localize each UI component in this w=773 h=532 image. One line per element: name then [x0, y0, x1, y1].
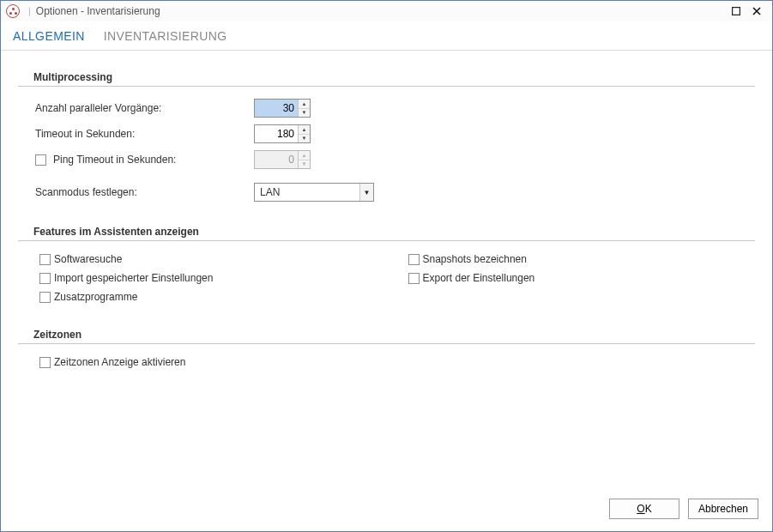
- titlebar: | Optionen - Inventarisierung: [1, 1, 772, 21]
- checkbox-zusatz[interactable]: [39, 292, 51, 303]
- input-ping: [255, 151, 298, 168]
- checkbox-softwaresuche[interactable]: [39, 254, 51, 265]
- select-scanmode[interactable]: LAN ▼: [254, 183, 374, 202]
- row-import: Import gespeicherter Einstellungen: [18, 269, 387, 287]
- checkbox-zeitzonen[interactable]: [39, 357, 51, 368]
- close-button[interactable]: [746, 3, 767, 20]
- cancel-button[interactable]: Abbrechen: [688, 499, 758, 519]
- chevron-down-icon: ▼: [359, 184, 373, 201]
- spin-up-parallel[interactable]: ▲: [299, 100, 310, 109]
- button-bar: OK Abbrechen: [1, 490, 772, 531]
- label-import: Import gespeicherter Einstellungen: [54, 272, 213, 284]
- maximize-button[interactable]: [726, 3, 746, 20]
- spin-down-ping: ▼: [299, 160, 310, 169]
- label-parallel: Anzahl paralleler Vorgänge:: [35, 102, 161, 114]
- input-parallel[interactable]: [255, 100, 298, 117]
- options-window: | Optionen - Inventarisierung ALLGEMEIN …: [0, 0, 773, 532]
- section-zeitzonen: Zeitzonen: [18, 325, 755, 344]
- content-area: Multiprocessing Anzahl paralleler Vorgän…: [1, 51, 772, 490]
- maximize-icon: [732, 7, 740, 15]
- section-multiprocessing: Multiprocessing: [18, 68, 755, 87]
- spinner-timeout: ▲ ▼: [254, 124, 311, 143]
- spin-down-parallel[interactable]: ▼: [299, 109, 310, 118]
- label-zusatz: Zusatzprogramme: [54, 291, 137, 303]
- features-grid: Softwaresuche Import gespeicherter Einst…: [18, 250, 755, 313]
- tab-allgemein[interactable]: ALLGEMEIN: [11, 26, 87, 50]
- spin-up-timeout[interactable]: ▲: [299, 125, 310, 135]
- tab-inventarisierung[interactable]: INVENTARISIERUNG: [102, 26, 229, 50]
- spin-up-ping: ▲: [299, 151, 310, 160]
- titlebar-separator: |: [28, 6, 31, 16]
- label-export: Export der Einstellungen: [423, 272, 535, 284]
- label-scanmode: Scanmodus festlegen:: [35, 186, 137, 198]
- label-ping: Ping Timeout in Sekunden:: [53, 154, 176, 166]
- spin-down-timeout[interactable]: ▼: [299, 135, 310, 143]
- spinner-parallel: ▲ ▼: [254, 99, 311, 118]
- row-zusatz: Zusatzprogramme: [18, 287, 387, 306]
- svg-rect-0: [733, 8, 740, 15]
- checkbox-import[interactable]: [39, 273, 51, 284]
- row-export: Export der Einstellungen: [387, 269, 756, 287]
- section-features: Features im Assistenten anzeigen: [18, 222, 755, 241]
- row-timeout: Timeout in Sekunden: ▲ ▼: [18, 121, 755, 147]
- row-zeitzonen-aktivieren: Zeitzonen Anzeige aktivieren: [18, 353, 755, 372]
- label-timeout: Timeout in Sekunden:: [35, 128, 135, 140]
- checkbox-snapshots[interactable]: [408, 254, 420, 265]
- input-timeout[interactable]: [255, 125, 298, 142]
- tabbar: ALLGEMEIN INVENTARISIERUNG: [1, 21, 772, 51]
- spinner-ping: ▲ ▼: [254, 150, 311, 169]
- select-scanmode-value: LAN: [255, 186, 359, 198]
- ok-button[interactable]: OK: [609, 499, 679, 519]
- checkbox-ping[interactable]: [35, 154, 46, 166]
- row-ping: Ping Timeout in Sekunden: ▲ ▼: [18, 147, 755, 172]
- close-icon: [752, 7, 761, 15]
- window-title: Optionen - Inventarisierung: [36, 5, 160, 17]
- label-snapshots: Snapshots bezeichnen: [423, 253, 527, 265]
- row-snapshots: Snapshots bezeichnen: [387, 250, 756, 269]
- label-softwaresuche: Softwaresuche: [54, 253, 122, 265]
- label-zeitzonen-aktivieren: Zeitzonen Anzeige aktivieren: [54, 356, 185, 368]
- app-icon: [6, 4, 20, 18]
- row-parallel: Anzahl paralleler Vorgänge: ▲ ▼: [18, 95, 755, 121]
- row-softwaresuche: Softwaresuche: [18, 250, 387, 269]
- ok-button-mnemonic: O: [637, 503, 644, 515]
- checkbox-export[interactable]: [408, 273, 420, 284]
- row-scanmode: Scanmodus festlegen: LAN ▼: [18, 179, 755, 205]
